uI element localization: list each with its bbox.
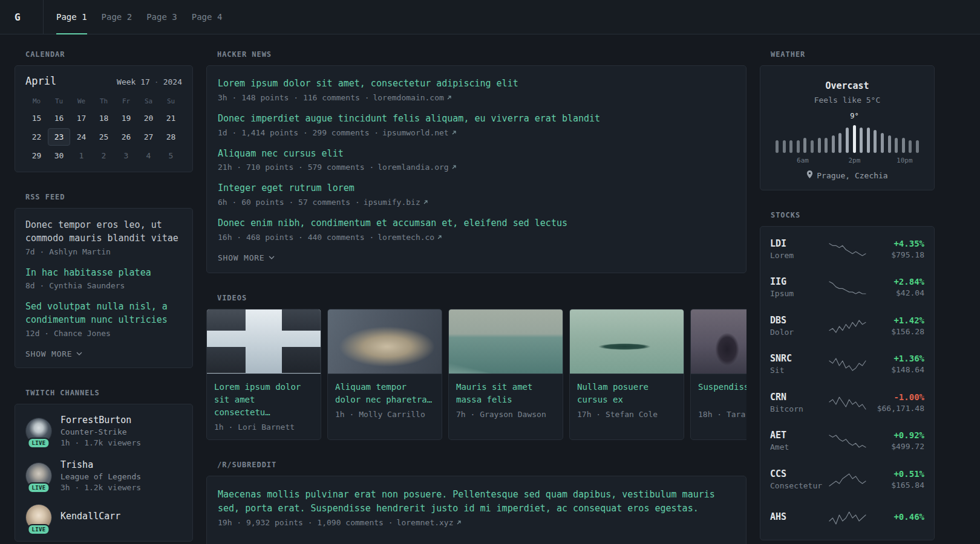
video-thumbnail[interactable] [691,309,746,374]
weather-bar [902,138,905,153]
video-card[interactable]: Lorem ipsum dolor sit amet consectetu… 1… [206,309,321,440]
stock-price: $156.28 [869,327,924,336]
tab-page-3[interactable]: Page 3 [146,0,177,34]
video-card[interactable]: Aliquam tempor dolor nec pharetra… 1h · … [327,309,442,440]
video-title-link[interactable]: Lorem ipsum dolor sit amet consectetu… [214,381,313,419]
news-source-link[interactable]: loremdomain.com [373,93,451,102]
video-title-link[interactable]: Suspendisse diam [698,381,746,406]
stock-price: $795.18 [869,250,924,259]
calendar-day-selected: 23 [48,128,70,146]
stock-change: +4.35% [869,239,924,248]
stock-row[interactable]: CCS Consectetur +0.51% $165.84 [770,460,924,499]
video-thumbnail[interactable] [328,309,442,374]
channel-name[interactable]: Trisha [60,459,141,470]
news-title-link[interactable]: Lorem ipsum dolor sit amet, consectetur … [218,77,735,91]
stock-row[interactable]: AHS +0.46% [770,499,924,537]
twitch-channel[interactable]: LIVE Trisha League of Legends 3h · 1.2k … [25,459,182,492]
video-meta: 1h · Lori Barnett [214,423,313,432]
tab-page-1[interactable]: Page 1 [56,0,87,34]
channel-name[interactable]: ForrestBurton [60,415,141,426]
stock-change: +0.51% [869,469,924,479]
stock-row[interactable]: DBS Dolor +1.42% $156.28 [770,306,924,345]
rss-show-more-button[interactable]: SHOW MORE [25,348,82,360]
news-item: Aliquam nec cursus elit 21h · 710 points… [218,147,735,172]
news-source-link[interactable]: loremtech.co [377,233,442,242]
tab-page-2[interactable]: Page 2 [102,0,132,34]
video-title-link[interactable]: Mauris sit amet massa felis [456,381,555,406]
tab-page-4[interactable]: Page 4 [192,0,223,34]
weather-bar [860,128,863,153]
external-link-icon [423,199,428,205]
app-logo[interactable]: G [15,0,44,34]
external-link-icon [456,520,462,525]
stock-ticker: LDI [770,238,826,249]
weather-bar-chart [776,124,919,153]
weather-peak-label: 9° [850,112,858,120]
news-meta: 1d · 1,414 points · 299 comments · ipsum… [218,128,735,137]
calendar-widget: CALENDAR April Week 17 · 2024 Mo Tu We T… [15,50,193,172]
avatar: LIVE [25,418,52,444]
rss-title-link[interactable]: Sed volutpat nulla nisl, a condimentum n… [25,300,182,327]
news-source-link[interactable]: ipsumworld.net [382,128,457,137]
weather-bar [874,130,877,153]
video-row: Lorem ipsum dolor sit amet consectetu… 1… [206,309,746,440]
twitch-channel[interactable]: LIVE ForrestBurton Counter-Strike 1h · 1… [25,415,182,447]
rss-title-link[interactable]: Donec tempor eros leo, ut commodo mauris… [25,219,182,245]
calendar-grid: Mo Tu We Th Fr Sa Su 15 16 17 18 19 20 2… [25,94,182,164]
reddit-source-link[interactable]: loremnet.xyz [397,518,462,527]
news-title-link[interactable]: Integer eget rutrum lorem [218,182,735,195]
news-source-link[interactable]: loremlandia.org [377,163,456,172]
rss-meta: 12d · Chance Jones [25,329,182,338]
news-title-link[interactable]: Donec imperdiet augue tincidunt felis al… [218,112,735,126]
separator-dot: · [154,77,159,86]
news-title-link[interactable]: Aliquam nec cursus elit [218,147,735,161]
chevron-down-icon [76,352,82,355]
calendar-day: 15 [25,109,48,127]
video-title-link[interactable]: Nullam posuere cursus ex [577,381,676,406]
channel-info: ForrestBurton Counter-Strike 1h · 1.7k v… [60,415,141,447]
news-source-link[interactable]: ipsumify.biz [364,198,428,207]
reddit-post-meta: 19h · 9,932 points · 1,090 comments · lo… [218,518,735,527]
weather-condition: Overcast [771,80,924,91]
location-text: Prague, Czechia [817,171,887,180]
video-thumbnail[interactable] [570,309,684,374]
weather-bar [881,133,884,153]
reddit-post: Maecenas mollis pulvinar erat non posuer… [218,488,735,528]
video-thumbnail[interactable] [449,309,563,374]
video-card[interactable]: Suspendisse diam 18h · Tara [690,309,746,440]
stock-row[interactable]: CRN Bitcorn -1.00% $66,171.48 [770,383,924,422]
stock-sparkline [826,433,869,448]
video-title-link[interactable]: Aliquam tempor dolor nec pharetra… [335,381,434,406]
calendar-year: 2024 [163,77,182,86]
rss-meta: 8d · Cynthia Saunders [25,281,182,290]
calendar-week-year: Week 17 · 2024 [117,77,182,86]
stock-ticker: AHS [770,511,826,522]
twitch-channel[interactable]: LIVE KendallCarr [25,504,182,531]
avatar: LIVE [25,504,52,531]
stock-row[interactable]: AET Amet +0.92% $499.72 [770,422,924,461]
rss-title-link[interactable]: In hac habitasse platea [25,267,182,280]
section-title-stocks: STOCKS [771,211,935,219]
stocks-widget: STOCKS LDI Lorem +4.35% $795.18 IIG [760,211,935,540]
stock-row[interactable]: IIG Ipsum +2.84% $42.04 [770,268,924,307]
stock-change: +2.84% [869,277,924,287]
video-card[interactable]: Mauris sit amet massa felis 7h · Grayson… [448,309,563,440]
calendar-header: April Week 17 · 2024 [25,75,182,87]
video-card[interactable]: Nullam posuere cursus ex 17h · Stefan Co… [569,309,684,440]
stock-row[interactable]: SNRC Sit +1.36% $148.64 [770,345,924,384]
section-title-weather: WEATHER [771,50,935,59]
avatar: LIVE [25,462,52,489]
weather-chart: 9° 6am 2pm 10pm [771,112,924,165]
channel-meta: 3h · 1.2k viewers [60,483,141,492]
hackernews-show-more-button[interactable]: SHOW MORE [218,252,275,264]
live-badge: LIVE [27,524,50,535]
reddit-post-title-link[interactable]: Maecenas mollis pulvinar erat non posuer… [218,488,735,516]
channel-name[interactable]: KendallCarr [60,511,120,522]
calendar-day-header: Fr [115,94,137,108]
video-thumbnail[interactable] [207,309,321,374]
news-title-link[interactable]: Donec enim nibh, condimentum et accumsan… [218,217,735,230]
stock-row[interactable]: LDI Lorem +4.35% $795.18 [770,230,924,268]
video-meta: 18h · Tara [698,410,746,419]
weather-card: Overcast Feels like 5°C 9° 6am 2pm 10pm … [760,65,935,190]
news-item: Lorem ipsum dolor sit amet, consectetur … [218,77,735,102]
